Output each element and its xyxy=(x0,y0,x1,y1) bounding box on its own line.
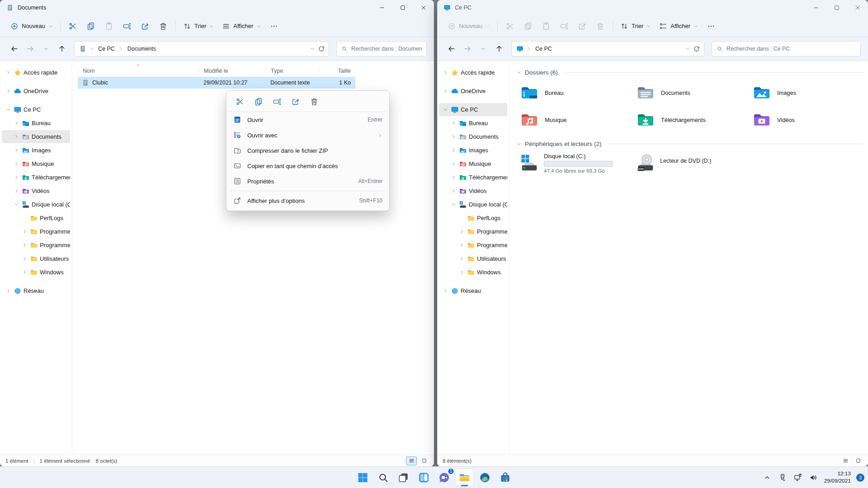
chevron-right-icon[interactable] xyxy=(458,243,465,248)
share-button[interactable] xyxy=(573,18,591,34)
maximize-button[interactable] xyxy=(392,0,413,15)
close-button[interactable] xyxy=(413,0,434,15)
delete-button[interactable] xyxy=(154,18,172,34)
sidebar-item-reseau[interactable]: Réseau xyxy=(439,284,507,297)
chevron-right-icon[interactable] xyxy=(458,270,465,275)
more-options-button[interactable] xyxy=(702,18,720,34)
chevron-down-icon[interactable] xyxy=(685,47,690,51)
sidebar-item-videos[interactable]: Vidéos xyxy=(2,184,70,197)
sidebar-item-acces-rapide[interactable]: Accès rapide xyxy=(2,66,70,79)
volume-tray-icon[interactable] xyxy=(807,470,820,485)
breadcrumb-documents[interactable]: Documents xyxy=(127,45,157,53)
column-header-modifie-le[interactable]: Modifié le xyxy=(199,67,266,75)
sort-button[interactable]: Trier xyxy=(179,18,218,34)
chevron-right-icon[interactable] xyxy=(13,121,20,126)
rename-button[interactable] xyxy=(269,94,286,109)
chevron-down-icon[interactable] xyxy=(310,47,315,51)
rename-button[interactable] xyxy=(555,18,573,34)
tile-bureau[interactable]: Bureau xyxy=(517,81,633,104)
sidebar-item-documents[interactable]: Documents xyxy=(2,130,70,143)
chevron-right-icon[interactable] xyxy=(450,134,457,139)
column-header-nom[interactable]: Nom xyxy=(78,67,199,75)
chevron-right-icon[interactable] xyxy=(13,175,20,180)
large-icons-view-button[interactable] xyxy=(853,456,863,465)
breadcrumb-ce-pc[interactable]: Ce PC xyxy=(97,45,116,53)
chevron-right-icon[interactable] xyxy=(450,161,457,166)
chevron-right-icon[interactable] xyxy=(5,70,12,75)
up-button[interactable] xyxy=(55,42,69,56)
section-header-peripheriques[interactable]: Périphériques et lecteurs (2) xyxy=(517,139,868,149)
teams-chat-button[interactable]: 1 xyxy=(435,469,453,487)
sidebar-item-programmes-x86[interactable]: Programmes (x86) xyxy=(439,239,507,252)
sidebar-item-disque-local[interactable]: Disque local (C:) xyxy=(2,198,70,211)
rename-button[interactable] xyxy=(118,18,136,34)
taskbar-search-button[interactable] xyxy=(374,469,392,487)
file-explorer-button[interactable] xyxy=(456,469,474,487)
sidebar-item-images[interactable]: Images xyxy=(2,144,70,157)
hidden-icons-button[interactable] xyxy=(761,470,774,485)
cut-button[interactable] xyxy=(64,18,82,34)
chevron-right-icon[interactable] xyxy=(450,148,457,153)
chevron-right-icon[interactable] xyxy=(21,229,28,234)
usb-device-tray-icon[interactable] xyxy=(776,470,789,485)
sidebar-item-windows[interactable]: Windows xyxy=(2,266,70,279)
copy-button[interactable] xyxy=(250,94,267,109)
title-bar[interactable]: Ce PC xyxy=(437,0,868,15)
sidebar-item-documents[interactable]: Documents xyxy=(439,130,507,143)
chevron-right-icon[interactable] xyxy=(458,256,465,261)
sidebar-item-perflogs[interactable]: PerfLogs xyxy=(2,211,70,225)
share-button[interactable] xyxy=(136,18,154,34)
sort-button[interactable]: Trier xyxy=(616,18,655,34)
chevron-right-icon[interactable] xyxy=(442,288,449,293)
paste-button[interactable] xyxy=(537,18,555,34)
cut-button[interactable] xyxy=(501,18,519,34)
menu-item-compresser-zip[interactable]: Compresser dans le fichier ZIP xyxy=(229,143,387,158)
sidebar-item-windows[interactable]: Windows xyxy=(439,266,507,279)
recent-locations-button[interactable] xyxy=(476,42,490,56)
sidebar-item-musique[interactable]: Musique xyxy=(439,157,507,170)
paste-button[interactable] xyxy=(100,18,118,34)
widgets-button[interactable] xyxy=(415,469,433,487)
copy-button[interactable] xyxy=(519,18,537,34)
chevron-right-icon[interactable] xyxy=(442,70,449,75)
delete-button[interactable] xyxy=(591,18,609,34)
menu-item-afficher-plus-options[interactable]: Afficher plus d’options Shift+F10 xyxy=(229,193,387,208)
sidebar-item-bureau[interactable]: Bureau xyxy=(439,117,507,130)
tile-images[interactable]: Images xyxy=(749,81,865,104)
chevron-right-icon[interactable] xyxy=(21,243,28,248)
copy-button[interactable] xyxy=(82,18,100,34)
breadcrumb-ce-pc[interactable]: Ce PC xyxy=(534,45,553,53)
chevron-right-icon[interactable] xyxy=(5,89,12,94)
search-input[interactable] xyxy=(726,46,856,52)
details-view-button[interactable] xyxy=(406,456,417,465)
close-button[interactable] xyxy=(847,0,868,15)
sidebar-item-disque-local[interactable]: Disque local (C:) xyxy=(439,198,507,211)
refresh-button[interactable] xyxy=(693,45,700,52)
tile-disque-local[interactable]: Disque local (C:) 47,4 Go libres sur 69,… xyxy=(517,152,633,174)
sidebar-item-reseau[interactable]: Réseau xyxy=(2,284,70,297)
edge-browser-button[interactable] xyxy=(476,469,494,487)
chevron-down-icon[interactable] xyxy=(13,202,20,207)
sidebar-item-telechargements[interactable]: Téléchargements xyxy=(439,171,507,184)
refresh-button[interactable] xyxy=(318,45,325,52)
new-button[interactable]: Nouveau xyxy=(443,18,494,34)
maximize-button[interactable] xyxy=(826,0,847,15)
sidebar-item-ce-pc[interactable]: Ce PC xyxy=(439,103,507,116)
recent-locations-button[interactable] xyxy=(39,42,53,56)
tile-telechargements[interactable]: Téléchargements xyxy=(633,108,749,131)
share-button[interactable] xyxy=(287,94,304,109)
search-input[interactable] xyxy=(351,46,422,52)
menu-item-ouvrir[interactable]: Ouvrir Entrer xyxy=(229,112,387,127)
start-button[interactable] xyxy=(354,469,372,487)
sidebar-item-bureau[interactable]: Bureau xyxy=(2,117,70,130)
sidebar-item-utilisateurs[interactable]: Utilisateurs xyxy=(439,252,507,265)
tile-documents[interactable]: Documents xyxy=(633,81,749,104)
minimize-button[interactable] xyxy=(372,0,392,15)
chevron-right-icon[interactable] xyxy=(13,188,20,193)
chevron-right-icon[interactable] xyxy=(21,256,28,261)
tile-videos[interactable]: Vidéos xyxy=(749,108,865,131)
tile-lecteur-dvd[interactable]: Lecteur de DVD (D:) xyxy=(633,152,749,174)
sidebar-item-programmes[interactable]: Programmes xyxy=(439,225,507,238)
chevron-down-icon[interactable] xyxy=(442,107,449,112)
up-button[interactable] xyxy=(492,42,506,56)
